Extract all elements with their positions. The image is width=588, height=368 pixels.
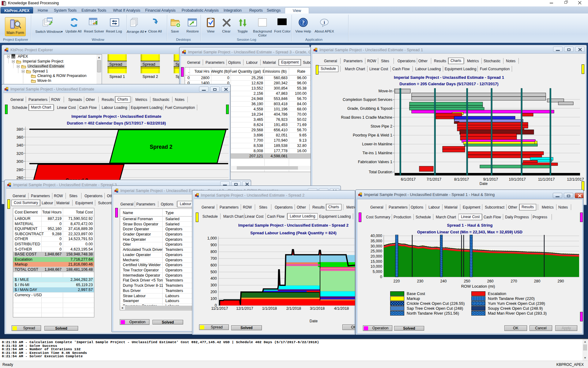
svg-text:Spread 2: Spread 2 xyxy=(150,144,172,150)
svg-text:9/1/2017: 9/1/2017 xyxy=(483,177,498,182)
svg-text:10,000: 10,000 xyxy=(371,264,382,269)
svg-text:5,000: 5,000 xyxy=(373,270,382,274)
svg-text:11/1/2017: 11/1/2017 xyxy=(538,177,555,182)
svg-text:320: 320 xyxy=(16,151,23,156)
svg-text:Completion Support Services: Completion Support Services xyxy=(343,98,392,102)
svg-text:3/1/2018: 3/1/2018 xyxy=(310,306,325,311)
svg-text:30,000: 30,000 xyxy=(371,244,382,248)
svg-text:Grade, Grubbing & Topsoil: Grade, Grubbing & Topsoil xyxy=(347,106,392,111)
svg-text:11/1/2017: 11/1/2017 xyxy=(211,306,228,311)
svg-text:ROW Location (mi): ROW Location (mi) xyxy=(461,284,495,289)
svg-text:290: 290 xyxy=(558,279,564,283)
svg-text:270: 270 xyxy=(511,279,517,283)
svg-text:2/1/2018: 2/1/2018 xyxy=(286,306,301,311)
svg-text:Lower-In Mainline: Lower-In Mainline xyxy=(362,142,392,146)
svg-text:Move-In: Move-In xyxy=(379,89,392,93)
svg-text:300: 300 xyxy=(16,159,23,164)
svg-text:280: 280 xyxy=(534,279,541,283)
svg-text:40,000: 40,000 xyxy=(371,234,382,238)
svg-text:400: 400 xyxy=(210,276,217,281)
svg-text:12/1/2017: 12/1/2017 xyxy=(567,177,584,182)
svg-text:4/1/2018: 4/1/2018 xyxy=(334,306,349,311)
svg-text:240: 240 xyxy=(440,279,447,283)
svg-text:Total Duration: Total Duration xyxy=(369,170,392,174)
svg-text:260: 260 xyxy=(16,175,23,180)
svg-text:700: 700 xyxy=(210,256,217,261)
svg-text:Date: Date xyxy=(480,182,488,186)
svg-text:300: 300 xyxy=(210,283,217,287)
svg-text:6/1/2017: 6/1/2017 xyxy=(401,177,416,182)
svg-text:10/1/2017: 10/1/2017 xyxy=(509,177,526,182)
svg-text:20,000: 20,000 xyxy=(371,254,382,259)
svg-text:Date: Date xyxy=(310,319,318,323)
svg-text:500: 500 xyxy=(210,270,217,274)
svg-text:900: 900 xyxy=(210,243,217,247)
svg-text:380: 380 xyxy=(16,127,23,132)
svg-text:280: 280 xyxy=(16,167,23,172)
svg-text:600: 600 xyxy=(210,263,217,267)
svg-text:i: i xyxy=(324,20,325,25)
svg-text:340: 340 xyxy=(16,143,23,148)
svg-text:7/1/2017: 7/1/2017 xyxy=(427,177,442,182)
svg-text:360: 360 xyxy=(16,135,23,140)
svg-text:Fabrication Valves 1: Fabrication Valves 1 xyxy=(358,160,392,164)
svg-text:1/1/2018: 1/1/2018 xyxy=(262,306,277,311)
svg-text:800: 800 xyxy=(210,250,217,254)
svg-text:Road Bores 1 Cradle Machine: Road Bores 1 Cradle Machine xyxy=(341,115,392,120)
svg-text:Tie-ins 1 Mainline: Tie-ins 1 Mainline xyxy=(363,151,393,155)
svg-text:100: 100 xyxy=(210,297,217,301)
svg-text:Stove Pipe 2: Stove Pipe 2 xyxy=(371,124,392,128)
svg-text:200: 200 xyxy=(210,290,217,294)
svg-text:8/1/2017: 8/1/2017 xyxy=(454,177,469,182)
svg-text:1,000: 1,000 xyxy=(207,236,217,240)
svg-text:0: 0 xyxy=(380,275,382,279)
svg-text:35,000: 35,000 xyxy=(371,239,382,243)
svg-text:230: 230 xyxy=(417,279,424,283)
svg-text:260: 260 xyxy=(487,279,494,283)
svg-text:220: 220 xyxy=(394,279,400,283)
svg-text:Poorboy Pipe & Weld 1: Poorboy Pipe & Weld 1 xyxy=(353,133,392,137)
svg-text:250: 250 xyxy=(464,279,470,283)
svg-text:?: ? xyxy=(302,19,305,26)
svg-text:12/1/2017: 12/1/2017 xyxy=(236,306,253,311)
svg-text:25,000: 25,000 xyxy=(371,249,382,253)
svg-text:15,000: 15,000 xyxy=(371,259,382,264)
